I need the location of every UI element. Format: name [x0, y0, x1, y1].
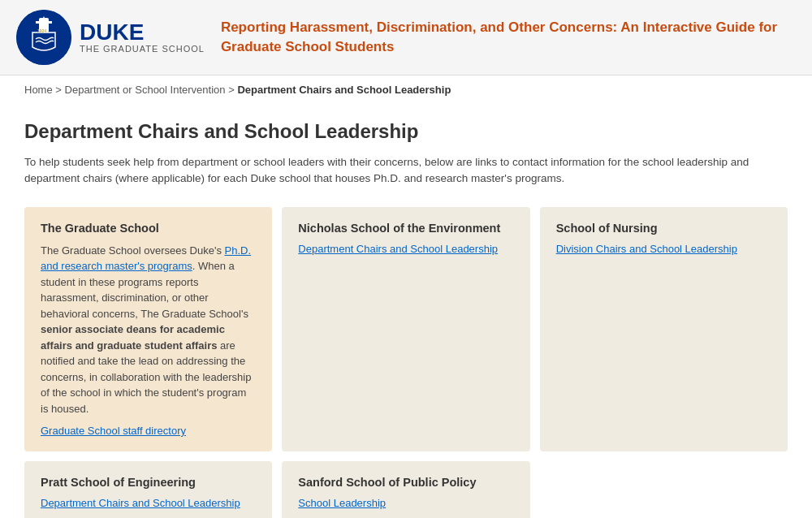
card-graduate-school: The Graduate School The Graduate School …: [24, 207, 272, 452]
site-header: 1924 DUKE THE GRADUATE SCHOOL Reporting …: [0, 0, 812, 76]
card-title-pratt: Pratt School of Engineering: [41, 476, 256, 489]
card-title-graduate-school: The Graduate School: [41, 222, 256, 235]
card-title-sanford: Sanford School of Public Policy: [298, 476, 513, 489]
grad-school-label: THE GRADUATE SCHOOL: [80, 44, 205, 54]
main-content: Department Chairs and School Leadership …: [0, 104, 812, 518]
card-nicholas-school: Nicholas School of the Environment Depar…: [282, 207, 529, 452]
page-title: Department Chairs and School Leadership: [24, 120, 788, 143]
card-title-nicholas-school: Nicholas School of the Environment: [298, 222, 513, 235]
page-description: To help students seek help from departme…: [24, 154, 771, 188]
breadcrumb-home[interactable]: Home: [24, 84, 53, 96]
duke-name: DUKE: [80, 21, 205, 44]
card-body-graduate-school: The Graduate School oversees Duke's Ph.D…: [41, 243, 256, 417]
breadcrumb-parent[interactable]: Department or School Intervention: [65, 84, 226, 96]
card-sanford-school: Sanford School of Public Policy School L…: [282, 461, 529, 518]
svg-text:1924: 1924: [37, 28, 46, 33]
link-grad-staff-directory[interactable]: Graduate School staff directory: [41, 425, 256, 437]
page-header-title: Reporting Harassment, Discrimination, an…: [205, 18, 796, 57]
card-school-of-nursing: School of Nursing Division Chairs and Sc…: [540, 207, 788, 452]
cards-grid: The Graduate School The Graduate School …: [24, 207, 788, 519]
link-nursing-leadership[interactable]: Division Chairs and School Leadership: [556, 243, 771, 255]
bold-deans: senior associate deans for academic affa…: [41, 323, 225, 352]
link-nicholas-leadership[interactable]: Department Chairs and School Leadership: [298, 243, 513, 255]
link-phd-programs[interactable]: Ph.D. and research master's programs: [41, 244, 251, 273]
link-sanford-leadership[interactable]: School Leadership: [298, 497, 513, 509]
card-pratt-school: Pratt School of Engineering Department C…: [24, 461, 272, 518]
link-pratt-leadership[interactable]: Department Chairs and School Leadership: [41, 497, 256, 509]
duke-logo: 1924: [16, 10, 71, 65]
breadcrumb-current: Department Chairs and School Leadership: [237, 84, 451, 96]
logo-area: 1924 DUKE THE GRADUATE SCHOOL: [16, 10, 205, 65]
breadcrumb: Home > Department or School Intervention…: [0, 76, 812, 104]
card-title-nursing: School of Nursing: [556, 222, 771, 235]
logo-text-area: DUKE THE GRADUATE SCHOOL: [80, 21, 205, 54]
